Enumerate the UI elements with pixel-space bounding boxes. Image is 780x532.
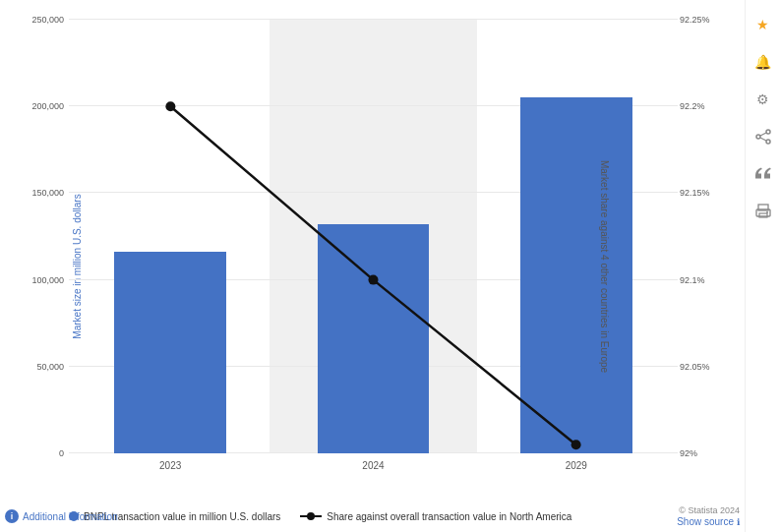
bar-2024 [318,224,429,453]
svg-line-8 [760,133,766,136]
footer-left[interactable]: i Additional Information [5,509,118,523]
footer-right: © Statista 2024 Show source ℹ [677,505,740,527]
y-tick-right: 92% [680,448,697,458]
x-labels: 202320242029 [69,460,678,471]
sidebar-gear-icon[interactable]: ⚙ [753,89,773,109]
show-source-info-icon: ℹ [737,517,740,527]
additional-info-label: Additional Information [23,511,118,522]
svg-point-7 [766,140,770,144]
bar-2029 [520,97,631,453]
y-tick-left: 50,000 [36,362,64,372]
info-icon[interactable]: i [5,509,19,523]
x-label-2024: 2024 [271,460,474,471]
x-label-2029: 2029 [475,460,678,471]
y-tick-right: 92.2% [680,101,705,111]
y-tick-left: 150,000 [31,188,64,198]
y-tick-right: 92.1% [680,275,705,285]
y-tick-left: 200,000 [31,101,64,111]
footer: i Additional Information © Statista 2024… [0,502,745,532]
x-label-2023: 2023 [69,460,271,471]
chart-container: Market size in million U.S. dollars Mark… [0,0,745,532]
y-axis-right-label: Market share against 4 other countries i… [598,159,609,372]
y-axis-left-label: Market size in million U.S. dollars [72,194,83,338]
bar-2023 [114,252,225,453]
statista-credit: © Statista 2024 [679,505,740,515]
y-tick-left: 100,000 [31,275,64,285]
y-tick-right: 92.15% [680,188,710,198]
show-source[interactable]: Show source ℹ [677,516,740,527]
y-tick-left: 0 [59,448,64,458]
svg-point-5 [766,130,770,134]
svg-line-9 [760,138,766,141]
svg-point-13 [766,211,768,213]
svg-point-6 [756,135,760,139]
sidebar-quote-icon[interactable] [753,164,773,184]
y-tick-left: 250,000 [31,15,64,25]
grid-line [69,19,678,20]
y-tick-right: 92.25% [680,15,710,25]
sidebar: ★ 🔔 ⚙ [745,0,780,532]
sidebar-share-icon[interactable] [753,127,773,147]
sidebar-bell-icon[interactable]: 🔔 [753,52,773,72]
sidebar-star-icon[interactable]: ★ [753,15,773,34]
y-tick-right: 92.05% [680,362,710,372]
sidebar-print-icon[interactable] [753,202,773,221]
